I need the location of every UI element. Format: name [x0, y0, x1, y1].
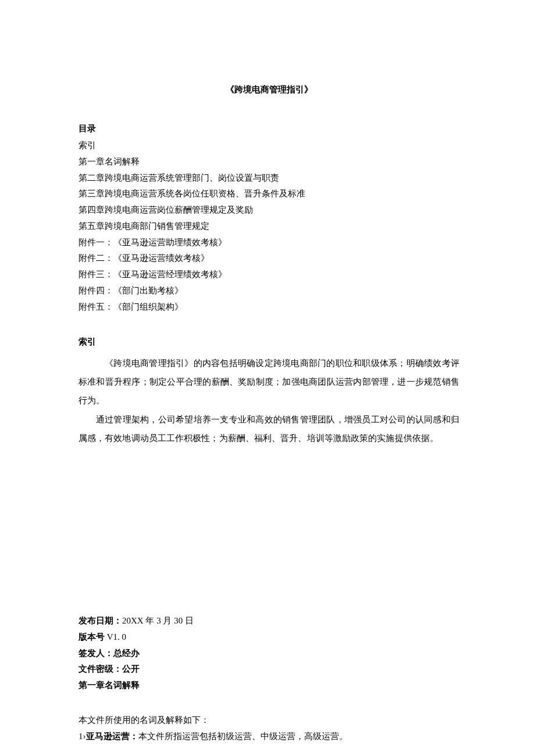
- definition-prefix: 1›: [79, 732, 86, 741]
- publish-date-label: 发布日期：: [79, 616, 122, 625]
- definition-term: 亚马逊运营：: [86, 732, 138, 741]
- toc-item: 第三章跨境电商运营系统各岗位任职资格、晋升条件及标准: [79, 186, 459, 202]
- publish-date: 发布日期：20XX 年 3 月 30 日: [79, 613, 459, 629]
- definitions-intro: 本文件所使用的名词及解释如下：: [79, 712, 459, 729]
- publish-date-value: 20XX 年 3 月 30 日: [122, 616, 194, 625]
- signer-value: 总经办: [113, 648, 140, 658]
- toc-item: 附件一：《亚马逊运营助理绩效考核》: [79, 235, 459, 251]
- toc-item: 第一章名词解释: [79, 154, 459, 170]
- toc-item: 第二章跨境电商运营系统管理部门、岗位设置与职责: [79, 170, 459, 187]
- toc-item: 第五章跨境电商部门销售管理规定: [79, 218, 459, 235]
- toc-item: 索引: [79, 138, 459, 154]
- index-header: 索引: [79, 334, 459, 350]
- definitions-block: 本文件所使用的名词及解释如下： 1›亚马逊运营：本文件所指运营包括初级运营、中级…: [79, 712, 459, 745]
- index-paragraph-2: 通过管理架构，公司希望培养一支专业和高效的销售管理团队，增强员工对公司的认同感和…: [79, 410, 459, 448]
- index-paragraph-1: 《跨境电商管理指引》的内容包括明确设定跨境电商部门的职位和职级体系；明确绩效考评…: [79, 354, 459, 410]
- version-value: V1. 0: [107, 632, 126, 642]
- toc-header: 目录: [79, 120, 459, 137]
- security-value: 公开: [122, 664, 140, 673]
- security-level: 文件密级：公开: [79, 661, 459, 678]
- toc-item: 第四章跨境电商运营岗位薪酬管理规定及奖励: [79, 202, 459, 218]
- toc-item: 附件四：《部门出勤考核》: [79, 283, 459, 299]
- toc-item: 附件三：《亚马逊运营经理绩效考核》: [79, 267, 459, 283]
- version: 版本号 V1. 0: [79, 629, 459, 646]
- signer: 签发人：总经办: [79, 646, 459, 662]
- toc-item: 附件五：《部门组织架构》: [79, 299, 459, 316]
- chapter-1-header: 第一章名词解释: [79, 678, 459, 694]
- footer-block: 发布日期：20XX 年 3 月 30 日 版本号 V1. 0 签发人：总经办 文…: [79, 613, 459, 694]
- security-label: 文件密级：: [79, 664, 122, 673]
- signer-label: 签发人：: [79, 648, 113, 658]
- toc-item: 附件二：《亚马逊运营绩效考核》: [79, 250, 459, 267]
- document-title: 《跨境电商管理指引》: [79, 81, 459, 98]
- version-label: 版本号: [79, 632, 107, 642]
- definition-item-1: 1›亚马逊运营：本文件所指运营包括初级运营、中级运营，高级运营。: [79, 729, 459, 745]
- definition-description: 本文件所指运营包括初级运营、中级运营，高级运营。: [138, 732, 348, 741]
